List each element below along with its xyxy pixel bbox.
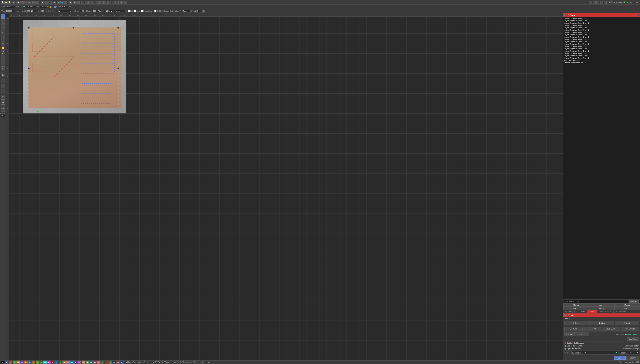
vspace-input[interactable] — [170, 10, 175, 13]
star-tool[interactable]: ⭐ — [1, 45, 5, 50]
italic-checkbox[interactable] — [134, 10, 136, 12]
upper-case-checkbox[interactable] — [141, 10, 143, 12]
color-swatch-00[interactable]: 00 — [1, 361, 5, 364]
delete-icon[interactable]: 🗑 — [28, 1, 31, 4]
color-swatch-17[interactable]: 17 — [66, 361, 70, 364]
frame-button-1[interactable]: ⬚ Frame — [564, 327, 582, 331]
macro1-button[interactable]: Macro1 — [589, 304, 614, 306]
tab-camera-control[interactable]: Camera Control — [597, 310, 613, 313]
offset-icon[interactable]: ⊡ — [202, 10, 205, 12]
color-swatch-20[interactable]: 20 — [78, 361, 82, 364]
library-tab-button[interactable]: Library — [626, 356, 639, 360]
move-icon-2[interactable]: ⬛ — [592, 1, 596, 4]
tab-move[interactable]: Move — [578, 310, 587, 313]
new-file-icon[interactable]: 📄 — [1, 1, 4, 4]
macro3-button[interactable]: Macro3 — [564, 307, 589, 310]
color-swatch-15[interactable]: 15 — [58, 361, 62, 364]
offset-input[interactable] — [196, 10, 202, 13]
node-icon[interactable]: · — [124, 1, 127, 4]
hspace-input[interactable] — [92, 10, 97, 13]
align-y-select[interactable]: Middle — [181, 10, 190, 13]
align-right-icon[interactable]: ⬛ — [88, 1, 92, 4]
radius-input[interactable] — [1, 114, 5, 117]
play-icon[interactable]: ▶ — [69, 1, 72, 4]
open-icon[interactable]: 📂 — [4, 1, 8, 4]
color-swatch-22[interactable]: 22 — [86, 361, 89, 364]
console-pin-btn[interactable]: 📌 — [567, 14, 569, 16]
device-name-select[interactable]: Mecpow X4 Pro ▼ — [619, 351, 639, 354]
align-x-select[interactable]: Middle — [104, 10, 113, 13]
use-selection-led[interactable] — [564, 345, 566, 347]
pause-button[interactable]: ⏸ Pause — [564, 321, 589, 325]
color-swatch-03[interactable]: 03 — [12, 361, 16, 364]
color-swatch-28[interactable]: 28 — [108, 361, 112, 364]
tab-console[interactable]: Console — [587, 310, 597, 313]
macro4-button[interactable]: Macro4 — [589, 307, 614, 310]
font-select[interactable]: Arial — [56, 10, 72, 13]
welded-checkbox[interactable] — [154, 10, 156, 12]
ellipse-tool[interactable]: ○ — [1, 30, 5, 35]
redo-icon[interactable]: ↪ — [36, 1, 39, 4]
frame-button-2[interactable]: ⬚ Frame — [583, 327, 602, 331]
console-close-btn[interactable]: ✕ — [564, 14, 566, 16]
rect-tool[interactable]: □ — [1, 25, 5, 30]
mirror-v-icon[interactable]: ⬍ — [76, 1, 80, 4]
align-bottom-icon[interactable]: ⬛ — [100, 1, 103, 4]
space-h-icon[interactable]: ⬛ — [112, 1, 115, 4]
canvas-content[interactable] — [9, 17, 563, 360]
align-top-icon[interactable]: ⬛ — [92, 1, 96, 4]
color-swatch-26[interactable]: 26 — [101, 361, 104, 364]
color-swatch-24[interactable]: 24 — [93, 361, 97, 364]
paste-icon[interactable]: 📌 — [20, 1, 24, 4]
color-swatch-16[interactable]: 16 — [62, 361, 66, 364]
laser-close-btn[interactable]: ✕ — [564, 314, 566, 316]
start-button[interactable]: ▶ Start — [615, 321, 639, 325]
eraser-tool[interactable]: ⌫ — [1, 106, 5, 111]
optimize-cut-led[interactable] — [564, 348, 566, 350]
upper-case-checkbox-label[interactable]: Upper Case — [141, 10, 152, 12]
macro5-button[interactable]: Macro5 — [614, 307, 640, 310]
color-swatch-05[interactable]: 05 — [20, 361, 24, 364]
console-output[interactable]: Layer Engrave Pass 2 of 2 Layer Engrave … — [564, 17, 640, 300]
color-swatch-04[interactable]: 04 — [16, 361, 20, 364]
color-swatch-12[interactable]: 12 — [47, 361, 51, 364]
ypos-input[interactable] — [5, 10, 15, 13]
color-swatch-13[interactable]: 13 — [51, 361, 54, 364]
crosshair-tool[interactable]: ⊕ — [1, 72, 5, 77]
node-edit-tool[interactable]: ⌖ — [1, 19, 5, 24]
device-id-select[interactable]: cu.usbserial-14530 ▼ — [572, 351, 618, 354]
color-swatch-T1[interactable]: T1 — [116, 361, 120, 364]
color-swatch-09[interactable]: 09 — [36, 361, 39, 364]
triangle-tool[interactable]: △ — [1, 40, 5, 45]
rotate-input[interactable] — [62, 5, 68, 8]
welded-checkbox-label[interactable]: Welded — [154, 10, 162, 12]
color-swatch-18[interactable]: 18 — [70, 361, 74, 364]
color-swatch-27[interactable]: 27 — [104, 361, 108, 364]
macro0-button[interactable]: Macro0 — [564, 304, 589, 306]
color-swatch-02[interactable]: 02 — [9, 361, 12, 364]
show-all-button[interactable]: Show all — [629, 300, 639, 303]
canvas-area[interactable]: -80 -40 0 40 80 120 160 200 240 280 320 … — [6, 13, 563, 360]
bold-checkbox-label[interactable]: Bold — [128, 10, 134, 12]
cut-icon[interactable]: ✂ — [24, 1, 27, 4]
color-swatch-29[interactable]: 29 — [112, 361, 116, 364]
save-gcode-button[interactable]: Save GCode — [602, 327, 620, 331]
mirror-h-icon[interactable]: ⬌ — [72, 1, 76, 4]
laser-pin-btn[interactable]: 📌 — [567, 314, 569, 316]
gear-tool[interactable]: ⚙ — [1, 100, 5, 104]
color-swatch-21[interactable]: 21 — [82, 361, 85, 364]
color-swatch-23[interactable]: 23 — [89, 361, 93, 364]
design-canvas[interactable] — [23, 20, 126, 114]
print-icon[interactable]: 🖨 — [12, 1, 15, 4]
bold-checkbox[interactable] — [128, 10, 130, 12]
width-pct-input[interactable] — [40, 5, 47, 8]
color-swatch-01[interactable]: 01 — [5, 361, 8, 364]
align-left-icon[interactable]: ⬛ — [81, 1, 84, 4]
mask-tool[interactable]: ⬛ — [1, 89, 5, 94]
laser-tab-button[interactable]: Laser — [614, 356, 626, 360]
xpos-input[interactable] — [5, 5, 15, 8]
text-tool[interactable]: T — [1, 55, 5, 60]
tab-cuts-layers[interactable]: Cuts / Layers — [564, 310, 578, 313]
color-swatch-07[interactable]: 07 — [28, 361, 32, 364]
camera-icon[interactable]: 📷 — [48, 1, 52, 4]
